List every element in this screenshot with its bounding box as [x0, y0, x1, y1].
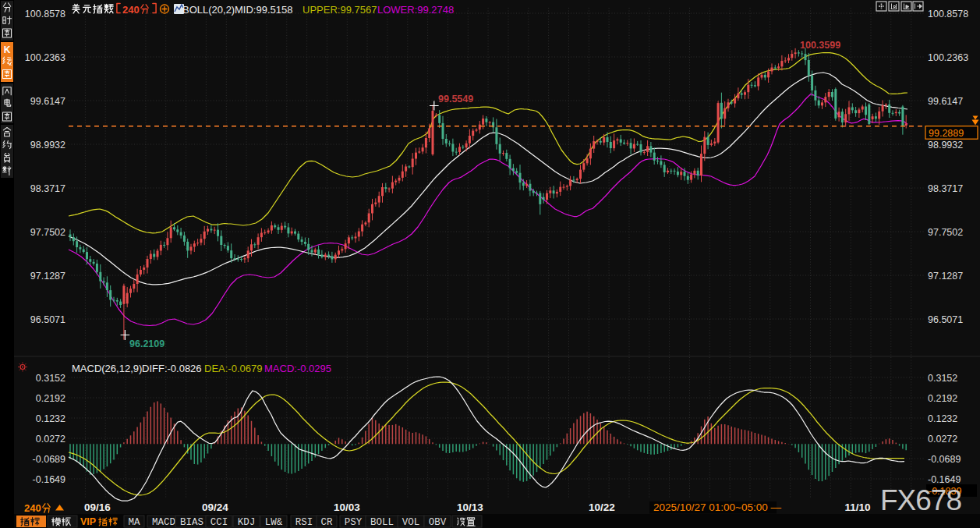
- svg-text:0.1232: 0.1232: [36, 413, 65, 424]
- svg-text:VOL: VOL: [402, 517, 420, 528]
- svg-text:-0.0689: -0.0689: [928, 454, 961, 465]
- svg-text:DIFF:-0.0826: DIFF:-0.0826: [142, 363, 202, 374]
- svg-text:99.2889: 99.2889: [929, 128, 964, 139]
- svg-text:0.2192: 0.2192: [928, 393, 957, 404]
- svg-text:0.3152: 0.3152: [36, 373, 65, 384]
- svg-text:-0.0689: -0.0689: [33, 454, 65, 465]
- svg-text:97.7502: 97.7502: [30, 227, 65, 238]
- svg-text:MA: MA: [128, 517, 140, 528]
- svg-text:CCI: CCI: [211, 517, 228, 528]
- svg-text:VIP: VIP: [80, 516, 96, 527]
- svg-text:2025/10/27 01:00~05:00 —: 2025/10/27 01:00~05:00 —: [653, 501, 782, 513]
- svg-text:99.5549: 99.5549: [438, 94, 473, 105]
- svg-text:KDJ: KDJ: [238, 517, 256, 528]
- svg-text:98.9932: 98.9932: [928, 140, 963, 151]
- svg-text:240: 240: [122, 4, 140, 16]
- svg-text:98.3717: 98.3717: [30, 183, 65, 194]
- svg-text:PSY: PSY: [345, 517, 363, 528]
- svg-text:0.1232: 0.1232: [928, 413, 957, 424]
- svg-text:RSI: RSI: [295, 517, 313, 528]
- svg-text:BOLL: BOLL: [370, 517, 394, 528]
- svg-text:BOLL(20,2): BOLL(20,2): [182, 4, 235, 16]
- svg-text:OBV: OBV: [429, 517, 447, 528]
- svg-text:97.1287: 97.1287: [928, 271, 963, 282]
- svg-text:96.5071: 96.5071: [928, 314, 963, 325]
- svg-text:-0.1649: -0.1649: [928, 474, 961, 485]
- svg-text:100.2363: 100.2363: [928, 52, 968, 63]
- svg-text:-0.1649: -0.1649: [33, 474, 65, 485]
- svg-text:UPPER:99.7567: UPPER:99.7567: [302, 4, 377, 16]
- svg-text:97.1287: 97.1287: [30, 271, 65, 282]
- svg-text:100.8578: 100.8578: [25, 9, 65, 19]
- svg-text:MID:99.5158: MID:99.5158: [235, 4, 292, 16]
- svg-text:99.6147: 99.6147: [30, 96, 65, 107]
- svg-text:BIAS: BIAS: [180, 517, 203, 528]
- svg-text:99.6147: 99.6147: [928, 96, 963, 107]
- svg-text:0.0272: 0.0272: [928, 434, 957, 445]
- svg-text:98.9932: 98.9932: [30, 140, 65, 151]
- svg-text:09/24: 09/24: [202, 501, 228, 513]
- svg-text:LOWER:99.2748: LOWER:99.2748: [377, 4, 454, 16]
- svg-text:LW&: LW&: [265, 517, 283, 528]
- svg-text:10/22: 10/22: [589, 501, 615, 513]
- svg-text:09/16: 09/16: [84, 501, 111, 513]
- svg-text:0.2192: 0.2192: [36, 393, 65, 404]
- svg-text:10/13: 10/13: [457, 501, 483, 513]
- svg-text:100.3599: 100.3599: [800, 40, 840, 51]
- svg-text:96.2109: 96.2109: [129, 338, 165, 349]
- svg-text:11/10: 11/10: [844, 501, 870, 513]
- svg-text:10/03: 10/03: [334, 501, 360, 513]
- svg-text:FX678: FX678: [880, 484, 961, 516]
- svg-text:100.2363: 100.2363: [25, 52, 65, 63]
- svg-text:240: 240: [24, 502, 41, 514]
- svg-text:MACD:-0.0295: MACD:-0.0295: [264, 363, 331, 374]
- svg-text:0.0272: 0.0272: [36, 434, 65, 445]
- svg-text:MACD: MACD: [152, 517, 175, 528]
- svg-text:97.7502: 97.7502: [928, 227, 963, 238]
- svg-text:CR: CR: [320, 517, 333, 528]
- svg-text:0.3152: 0.3152: [928, 373, 957, 384]
- svg-text:98.3717: 98.3717: [928, 183, 963, 194]
- svg-text:MACD(26,12,9): MACD(26,12,9): [72, 363, 142, 374]
- svg-text:K: K: [4, 44, 11, 55]
- svg-text:DEA:-0.0679: DEA:-0.0679: [204, 363, 262, 374]
- svg-text:100.8578: 100.8578: [928, 9, 968, 19]
- svg-text:96.5071: 96.5071: [30, 314, 65, 325]
